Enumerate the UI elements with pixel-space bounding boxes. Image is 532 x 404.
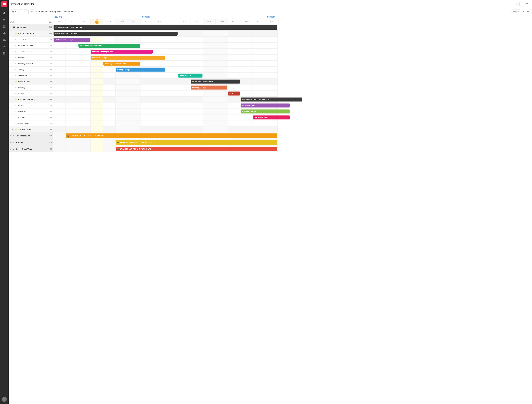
more-button[interactable]: ··· <box>519 2 524 6</box>
sidebar-item-script-breakdowns[interactable]: ≡ Script Breakdowns 5d <box>9 43 53 49</box>
gantt-cell <box>203 85 215 90</box>
gantt-row-location-scouting[interactable] <box>53 49 278 55</box>
sidebar-item-sound-design[interactable]: ≡ Sound Design 3d <box>9 120 53 126</box>
sidebar-item-pre-production[interactable]: ▼ 📁 PRE-PRODUCTION 28d <box>9 31 53 37</box>
sidebar-item-post-production[interactable]: ▼ 📁 POST-PRODUCTION 16d <box>9 97 53 103</box>
gantt-row-distribution[interactable] <box>53 126 278 132</box>
toggle-icon[interactable]: ▼ <box>12 98 14 100</box>
app-logo[interactable] <box>1 1 7 7</box>
gantt-row-sound-design[interactable] <box>53 120 278 126</box>
gantt-row-first-edit[interactable] <box>53 103 278 109</box>
task-icon: ≡ <box>15 116 17 119</box>
gantt-row-prep-epk[interactable] <box>53 109 278 114</box>
gantt-row-pickups[interactable] <box>53 91 278 97</box>
toggle-icon[interactable]: ▶ <box>12 129 14 130</box>
layout-btn[interactable]: ⊞ <box>30 9 34 14</box>
toggle-icon[interactable]: ▼ <box>12 33 14 35</box>
filter-button[interactable] <box>525 2 529 6</box>
gantt-cell <box>78 146 91 152</box>
nav-grid[interactable] <box>1 24 7 30</box>
sidebar-item-spark-inc[interactable]: ▶ ■ Spark Inc 12d <box>9 139 53 146</box>
task-icon: ≡ <box>15 86 17 89</box>
gantt-cell <box>165 72 178 78</box>
gantt-row-post-production[interactable] <box>53 97 278 103</box>
gantt-row-casting[interactable] <box>53 66 278 72</box>
toggle-icon[interactable]: ▶ <box>10 148 12 150</box>
sidebar-item-shooting[interactable]: ≡ Shooting 3d <box>9 85 53 91</box>
nav-book[interactable] <box>1 50 7 56</box>
sidebar-item-first-edit[interactable]: ≡ 1st Edit 5d <box>9 103 53 109</box>
row-label: Shot Lists <box>18 57 46 59</box>
gantt-cell <box>178 103 190 108</box>
row-duration: 2d <box>47 75 52 76</box>
gantt-cell <box>103 31 115 36</box>
nav-tag[interactable] <box>1 30 7 36</box>
gantt-cell <box>253 132 265 139</box>
gantt-cell <box>228 85 240 90</box>
nav-users[interactable] <box>1 37 7 43</box>
gantt-cell <box>190 85 203 90</box>
calendar-grid-btn[interactable]: ▾ <box>11 9 17 14</box>
sidebar-item-pickups[interactable]: ≡ Pickups 1d <box>9 91 53 97</box>
gantt-row-pre-production[interactable] <box>53 31 278 37</box>
gantt-cell <box>215 24 228 30</box>
gantt-row-spark-inc[interactable] <box>53 139 278 146</box>
sidebar-item-casting[interactable]: ≡ Casting 4d <box>9 66 53 72</box>
gantt-cell <box>140 66 153 72</box>
sidebar-item-fofi-chocolat[interactable]: ▶ ■ Fofi Chocolat Ad 18d <box>9 132 53 139</box>
task-icon: ≡ <box>15 104 17 107</box>
gantt-row-touring-man[interactable] <box>53 24 278 31</box>
gantt-row-shot-lists[interactable] <box>53 55 278 61</box>
sidebar-item-kelvin-brand[interactable]: ▶ ■ Kelvin Brand Video 8d <box>9 146 53 152</box>
help-button[interactable]: ? <box>514 2 519 6</box>
gantt-row-script-breakdowns[interactable] <box>53 43 278 49</box>
gantt-row-shooting-schedule[interactable] <box>53 61 278 66</box>
sidebar-item-prep-epk[interactable]: ≡ Prep EPK 4d <box>9 109 53 114</box>
toggle-icon[interactable]: ▶ <box>10 141 12 143</box>
sidebar-item-finalize-script[interactable]: ≡ Finalize Script 3d <box>9 37 53 43</box>
toggle-icon[interactable]: ▼ <box>10 26 12 28</box>
gantt-row-shooting[interactable] <box>53 85 278 91</box>
sidebar-item-location-scouting[interactable]: ≡ Location Scouting 5d <box>9 49 53 55</box>
nav-home[interactable] <box>1 10 7 16</box>
gantt-row-kelvin-brand[interactable] <box>53 146 278 152</box>
zoom-out-btn[interactable]: − <box>521 10 525 14</box>
nav-avatar[interactable] <box>1 396 7 402</box>
settings-btn[interactable]: ⚙ <box>24 9 29 14</box>
gantt-cell <box>140 43 153 48</box>
row-duration: 3d <box>47 86 52 88</box>
sidebar-item-distribution[interactable]: ▶ 📁 DISTRIBUTION 5d <box>9 126 53 132</box>
gantt-cell <box>253 37 265 42</box>
week-label: NOV W47 <box>266 15 278 19</box>
sidebar-item-rehearsals[interactable]: ≡ Rehearsals 2d <box>9 72 53 78</box>
gantt-cell <box>140 72 153 78</box>
gantt-cell <box>103 72 115 78</box>
sidebar-item-shot-lists[interactable]: ≡ Shot Lists 6d <box>9 55 53 61</box>
gantt-cell <box>91 61 103 66</box>
row-label: Kelvin Brand Video <box>16 148 46 150</box>
gantt-row-rehearsals[interactable] <box>53 72 278 78</box>
gantt-cell <box>153 49 165 54</box>
gantt-cell <box>215 78 228 84</box>
gantt-cell <box>103 103 115 108</box>
gantt-cell <box>253 31 265 36</box>
zoom-in-btn[interactable]: + <box>526 10 530 14</box>
gantt-cell <box>115 120 128 126</box>
gantt-scroll[interactable]: NOV W45Mo 6Tu 7We 8Th 9Fr 10Sa 11Su 12NO… <box>53 15 532 404</box>
sidebar-item-shooting-schedule[interactable]: ≡ Shooting Schedule 3d <box>9 61 53 66</box>
gantt-cell <box>91 109 103 114</box>
sidebar-item-production[interactable]: ▼ 📁 PRODUCTION 4d <box>9 78 53 85</box>
gantt-cell <box>203 109 215 114</box>
nav-vip[interactable]: VIP <box>1 44 7 50</box>
sidebar-item-touring-man[interactable]: ▼ 🎬 Touring Man 53d <box>9 24 53 31</box>
star-btn[interactable]: ☆ <box>18 9 23 14</box>
nav-layers[interactable] <box>1 17 7 23</box>
gantt-row-finalize-script[interactable] <box>53 37 278 43</box>
sidebar-item-second-edit[interactable]: ≡ 2nd Edit 4d <box>9 114 53 120</box>
gantt-row-production[interactable] <box>53 78 278 85</box>
gantt-row-fofi-chocolat[interactable] <box>53 132 278 139</box>
day-view-selector[interactable]: Day ▾ <box>512 9 520 14</box>
toggle-icon[interactable]: ▶ <box>10 135 12 137</box>
gantt-row-second-edit[interactable] <box>53 114 278 120</box>
toggle-icon[interactable]: ▼ <box>12 80 14 83</box>
